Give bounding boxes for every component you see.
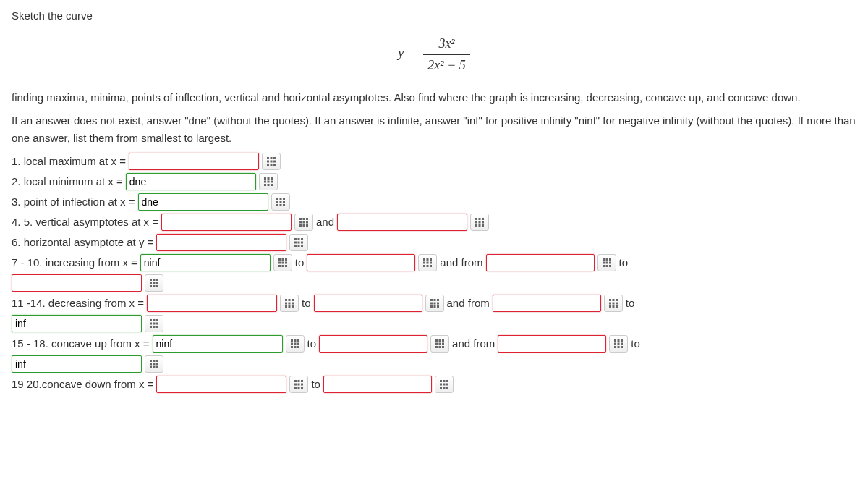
keypad-icon[interactable] [145,355,163,373]
svg-rect-162 [294,380,297,382]
svg-rect-132 [291,346,293,348]
keypad-icon[interactable] [597,254,616,271]
q11-input-3[interactable] [493,295,601,312]
keypad-icon[interactable] [425,295,444,312]
q3-label: 3. point of inflection at x = [12,193,135,211]
svg-rect-107 [437,305,439,308]
q7-input-3[interactable] [486,254,595,271]
svg-rect-148 [618,342,620,345]
q3-input[interactable] [138,193,268,211]
svg-rect-6 [267,164,269,166]
q19-input-1[interactable] [156,376,286,393]
svg-rect-60 [278,265,281,267]
svg-rect-72 [603,258,605,261]
svg-rect-90 [285,299,287,301]
keypad-icon[interactable] [609,335,628,353]
q7-input-1[interactable] [140,254,271,271]
svg-rect-143 [442,346,444,348]
svg-rect-37 [479,218,481,220]
keypad-icon[interactable] [430,335,449,353]
question-2: 2. local minimum at x = [12,173,856,190]
question-1: 1. local maximum at x = [12,153,856,170]
svg-rect-110 [616,299,618,301]
svg-rect-129 [291,342,293,345]
svg-rect-27 [299,218,302,220]
svg-rect-61 [281,265,284,267]
svg-rect-96 [285,305,287,308]
q45-input-1[interactable] [161,214,292,231]
q15-input-3[interactable] [498,335,606,353]
svg-rect-135 [435,339,438,342]
svg-rect-84 [150,282,152,284]
q11-input-4[interactable] [12,315,142,332]
keypad-icon[interactable] [145,315,163,332]
svg-rect-80 [609,265,611,267]
svg-rect-0 [267,157,269,159]
svg-rect-71 [430,265,432,267]
svg-rect-167 [301,383,303,385]
keypad-icon[interactable] [435,376,454,393]
keypad-icon[interactable] [273,254,292,271]
keypad-icon[interactable] [289,376,308,393]
q2-input[interactable] [126,173,256,190]
svg-rect-145 [618,339,620,342]
q1-input[interactable] [129,153,259,170]
svg-rect-111 [609,302,611,304]
svg-rect-28 [303,218,305,220]
equation: y = 3x² 2x² − 5 [12,33,856,76]
q15-input-2[interactable] [319,335,427,353]
svg-rect-170 [301,387,303,389]
keypad-icon[interactable] [470,214,489,231]
q45-label: 4. 5. vertical asymptotes at x = [12,214,158,231]
q6-input[interactable] [156,234,286,251]
svg-rect-54 [278,258,281,261]
question-3: 3. point of inflection at x = [12,193,856,211]
keypad-icon[interactable] [271,193,290,211]
svg-rect-165 [294,383,297,385]
svg-rect-69 [423,265,425,267]
keypad-icon[interactable] [294,214,313,231]
keypad-icon[interactable] [262,153,281,170]
keypad-icon[interactable] [280,295,299,312]
svg-rect-77 [609,261,611,263]
svg-rect-13 [267,180,269,182]
svg-rect-140 [442,342,444,345]
svg-rect-177 [440,387,442,389]
keypad-icon[interactable] [145,274,163,292]
svg-rect-128 [297,339,299,342]
svg-rect-88 [153,285,156,287]
q15-andfrom: and from [452,335,495,353]
svg-rect-62 [285,265,287,267]
svg-rect-136 [439,339,441,342]
svg-rect-78 [603,265,605,267]
svg-rect-146 [621,339,623,342]
svg-rect-68 [430,261,432,263]
keypad-icon[interactable] [259,173,278,190]
q6-label: 6. horizontal asymptote at y = [12,234,153,251]
svg-rect-76 [605,261,608,263]
svg-rect-122 [156,322,158,324]
keypad-icon[interactable] [286,335,305,353]
svg-rect-74 [609,258,611,261]
q7-input-4[interactable] [12,274,142,292]
keypad-icon[interactable] [604,295,623,312]
svg-rect-117 [150,319,152,321]
svg-rect-85 [153,282,156,284]
q45-input-2[interactable] [337,214,467,231]
svg-rect-176 [446,383,448,385]
q15-input-4[interactable] [12,355,142,373]
svg-rect-144 [614,339,616,342]
q19-input-2[interactable] [323,376,432,393]
q7-input-2[interactable] [307,254,415,271]
q11-input-1[interactable] [147,295,277,312]
svg-rect-29 [306,218,308,220]
keypad-icon[interactable] [418,254,437,271]
q11-input-2[interactable] [314,295,422,312]
svg-rect-30 [299,221,302,223]
svg-rect-154 [153,360,156,362]
svg-rect-153 [150,360,152,362]
svg-rect-105 [430,305,433,308]
keypad-icon[interactable] [289,234,308,251]
q15-input-1[interactable] [153,335,283,353]
svg-rect-53 [301,245,303,247]
